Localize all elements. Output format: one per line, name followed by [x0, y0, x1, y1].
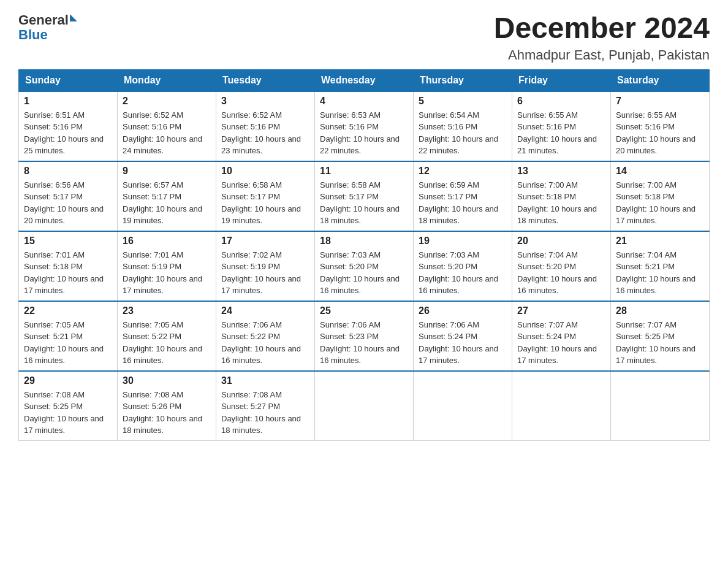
day-info: Sunrise: 7:07 AMSunset: 5:25 PMDaylight:…: [616, 320, 696, 366]
day-info: Sunrise: 6:55 AMSunset: 5:16 PMDaylight:…: [616, 110, 696, 156]
calendar-day-cell: 31 Sunrise: 7:08 AMSunset: 5:27 PMDaylig…: [216, 371, 315, 441]
calendar-day-cell: 26 Sunrise: 7:06 AMSunset: 5:24 PMDaylig…: [414, 301, 512, 371]
day-number: 29: [24, 375, 112, 386]
calendar-day-cell: 13 Sunrise: 7:00 AMSunset: 5:18 PMDaylig…: [512, 161, 611, 231]
logo: General Blue: [18, 12, 77, 42]
weekday-header-cell: Wednesday: [315, 69, 414, 91]
calendar-week-row: 15 Sunrise: 7:01 AMSunset: 5:18 PMDaylig…: [19, 231, 710, 301]
day-info: Sunrise: 6:58 AMSunset: 5:17 PMDaylight:…: [320, 180, 400, 226]
day-number: 5: [419, 96, 507, 107]
weekday-header-cell: Sunday: [19, 69, 118, 91]
calendar-week-row: 8 Sunrise: 6:56 AMSunset: 5:17 PMDayligh…: [19, 161, 710, 231]
day-info: Sunrise: 7:05 AMSunset: 5:21 PMDaylight:…: [24, 320, 104, 366]
day-number: 17: [221, 236, 309, 247]
day-info: Sunrise: 6:51 AMSunset: 5:16 PMDaylight:…: [24, 110, 104, 156]
location-title: Ahmadpur East, Punjab, Pakistan: [494, 47, 710, 63]
day-info: Sunrise: 7:01 AMSunset: 5:19 PMDaylight:…: [123, 250, 202, 296]
logo-general-text: General: [18, 12, 69, 28]
day-number: 3: [221, 96, 309, 107]
calendar-day-cell: 22 Sunrise: 7:05 AMSunset: 5:21 PMDaylig…: [19, 301, 118, 371]
day-number: 6: [517, 96, 605, 107]
calendar-day-cell: 14 Sunrise: 7:00 AMSunset: 5:18 PMDaylig…: [611, 161, 710, 231]
day-number: 19: [419, 236, 507, 247]
day-number: 9: [123, 166, 211, 177]
calendar-body: 1 Sunrise: 6:51 AMSunset: 5:16 PMDayligh…: [19, 91, 710, 441]
day-number: 11: [320, 166, 408, 177]
calendar-day-cell: 18 Sunrise: 7:03 AMSunset: 5:20 PMDaylig…: [315, 231, 414, 301]
calendar-day-cell: 20 Sunrise: 7:04 AMSunset: 5:20 PMDaylig…: [512, 231, 611, 301]
day-number: 16: [123, 236, 211, 247]
weekday-header-cell: Thursday: [414, 69, 512, 91]
calendar-day-cell: 27 Sunrise: 7:07 AMSunset: 5:24 PMDaylig…: [512, 301, 611, 371]
day-info: Sunrise: 7:07 AMSunset: 5:24 PMDaylight:…: [517, 320, 597, 366]
calendar-day-cell: 6 Sunrise: 6:55 AMSunset: 5:16 PMDayligh…: [512, 91, 611, 161]
month-title: December 2024: [494, 12, 710, 45]
day-number: 13: [517, 166, 605, 177]
logo-arrow-icon: [70, 14, 77, 21]
day-number: 12: [419, 166, 507, 177]
day-info: Sunrise: 7:02 AMSunset: 5:19 PMDaylight:…: [221, 250, 301, 296]
calendar-day-cell: 15 Sunrise: 7:01 AMSunset: 5:18 PMDaylig…: [19, 231, 118, 301]
day-number: 8: [24, 166, 112, 177]
calendar-week-row: 29 Sunrise: 7:08 AMSunset: 5:25 PMDaylig…: [19, 371, 710, 441]
day-number: 2: [123, 96, 211, 107]
calendar-day-cell: 23 Sunrise: 7:05 AMSunset: 5:22 PMDaylig…: [118, 301, 216, 371]
day-number: 4: [320, 96, 408, 107]
calendar-day-cell: 11 Sunrise: 6:58 AMSunset: 5:17 PMDaylig…: [315, 161, 414, 231]
day-number: 27: [517, 305, 605, 316]
day-number: 31: [221, 375, 309, 386]
calendar-day-cell: 4 Sunrise: 6:53 AMSunset: 5:16 PMDayligh…: [315, 91, 414, 161]
calendar-day-cell: 8 Sunrise: 6:56 AMSunset: 5:17 PMDayligh…: [19, 161, 118, 231]
day-info: Sunrise: 7:04 AMSunset: 5:20 PMDaylight:…: [517, 250, 597, 296]
header-area: General Blue December 2024 Ahmadpur East…: [18, 12, 710, 63]
calendar-day-cell: 21 Sunrise: 7:04 AMSunset: 5:21 PMDaylig…: [611, 231, 710, 301]
day-number: 14: [616, 166, 704, 177]
weekday-header-cell: Monday: [118, 69, 216, 91]
day-info: Sunrise: 7:05 AMSunset: 5:22 PMDaylight:…: [123, 320, 202, 366]
day-info: Sunrise: 7:08 AMSunset: 5:25 PMDaylight:…: [24, 390, 104, 435]
day-number: 22: [24, 305, 112, 316]
day-info: Sunrise: 6:57 AMSunset: 5:17 PMDaylight:…: [123, 180, 202, 226]
calendar-day-cell: [414, 371, 512, 441]
calendar-week-row: 22 Sunrise: 7:05 AMSunset: 5:21 PMDaylig…: [19, 301, 710, 371]
day-number: 24: [221, 305, 309, 316]
calendar-day-cell: [512, 371, 611, 441]
day-info: Sunrise: 7:06 AMSunset: 5:24 PMDaylight:…: [419, 320, 498, 366]
calendar-day-cell: 19 Sunrise: 7:03 AMSunset: 5:20 PMDaylig…: [414, 231, 512, 301]
weekday-header-cell: Friday: [512, 69, 611, 91]
day-number: 18: [320, 236, 408, 247]
calendar-day-cell: [315, 371, 414, 441]
calendar-day-cell: 10 Sunrise: 6:58 AMSunset: 5:17 PMDaylig…: [216, 161, 315, 231]
calendar-day-cell: 1 Sunrise: 6:51 AMSunset: 5:16 PMDayligh…: [19, 91, 118, 161]
day-info: Sunrise: 7:04 AMSunset: 5:21 PMDaylight:…: [616, 250, 696, 296]
day-info: Sunrise: 6:52 AMSunset: 5:16 PMDaylight:…: [221, 110, 301, 156]
day-number: 28: [616, 305, 704, 316]
calendar-day-cell: 9 Sunrise: 6:57 AMSunset: 5:17 PMDayligh…: [118, 161, 216, 231]
day-number: 1: [24, 96, 112, 107]
day-number: 10: [221, 166, 309, 177]
day-number: 7: [616, 96, 704, 107]
day-info: Sunrise: 7:03 AMSunset: 5:20 PMDaylight:…: [320, 250, 400, 296]
calendar-day-cell: 3 Sunrise: 6:52 AMSunset: 5:16 PMDayligh…: [216, 91, 315, 161]
day-info: Sunrise: 7:08 AMSunset: 5:26 PMDaylight:…: [123, 390, 202, 435]
calendar-day-cell: 30 Sunrise: 7:08 AMSunset: 5:26 PMDaylig…: [118, 371, 216, 441]
calendar-day-cell: 25 Sunrise: 7:06 AMSunset: 5:23 PMDaylig…: [315, 301, 414, 371]
title-area: December 2024 Ahmadpur East, Punjab, Pak…: [494, 12, 710, 63]
logo-blue-text: Blue: [18, 28, 77, 42]
day-info: Sunrise: 7:00 AMSunset: 5:18 PMDaylight:…: [517, 180, 597, 226]
weekday-header-cell: Saturday: [611, 69, 710, 91]
calendar-day-cell: 29 Sunrise: 7:08 AMSunset: 5:25 PMDaylig…: [19, 371, 118, 441]
day-info: Sunrise: 7:03 AMSunset: 5:20 PMDaylight:…: [419, 250, 498, 296]
day-info: Sunrise: 6:53 AMSunset: 5:16 PMDaylight:…: [320, 110, 400, 156]
day-number: 21: [616, 236, 704, 247]
day-info: Sunrise: 7:06 AMSunset: 5:23 PMDaylight:…: [320, 320, 400, 366]
day-number: 30: [123, 375, 211, 386]
calendar-day-cell: 5 Sunrise: 6:54 AMSunset: 5:16 PMDayligh…: [414, 91, 512, 161]
day-number: 15: [24, 236, 112, 247]
calendar-table: SundayMondayTuesdayWednesdayThursdayFrid…: [18, 69, 710, 441]
calendar-day-cell: 17 Sunrise: 7:02 AMSunset: 5:19 PMDaylig…: [216, 231, 315, 301]
day-number: 25: [320, 305, 408, 316]
day-number: 23: [123, 305, 211, 316]
calendar-day-cell: 24 Sunrise: 7:06 AMSunset: 5:22 PMDaylig…: [216, 301, 315, 371]
day-info: Sunrise: 6:56 AMSunset: 5:17 PMDaylight:…: [24, 180, 104, 226]
